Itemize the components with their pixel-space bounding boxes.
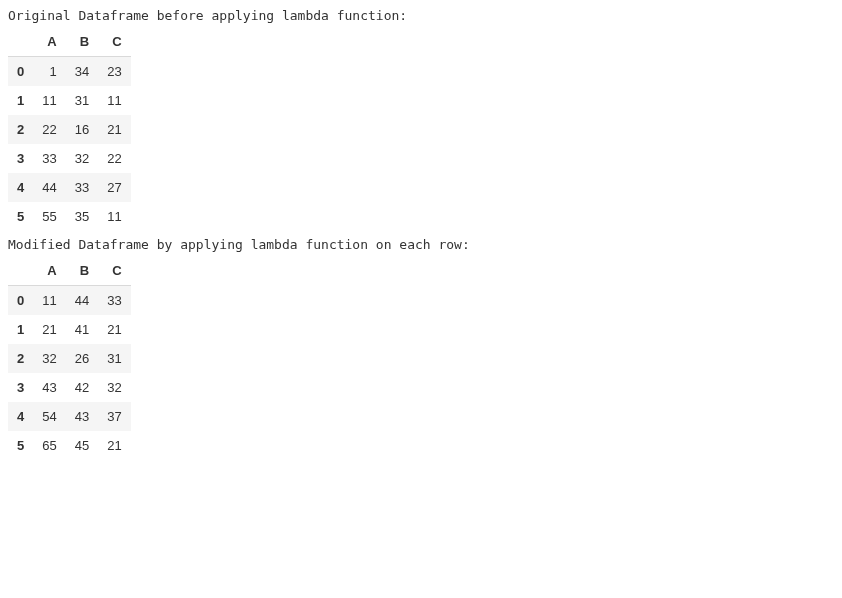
col-header: B bbox=[66, 256, 98, 286]
row-index: 2 bbox=[8, 115, 33, 144]
cell: 32 bbox=[33, 344, 65, 373]
col-header: A bbox=[33, 27, 65, 57]
cell: 11 bbox=[98, 86, 130, 115]
cell: 27 bbox=[98, 173, 130, 202]
row-index: 1 bbox=[8, 315, 33, 344]
row-index: 5 bbox=[8, 202, 33, 231]
table-row: 4 44 33 27 bbox=[8, 173, 131, 202]
cell: 33 bbox=[98, 286, 130, 316]
table-row: 1 11 31 11 bbox=[8, 86, 131, 115]
cell: 32 bbox=[98, 373, 130, 402]
table-header-row: A B C bbox=[8, 256, 131, 286]
row-index: 2 bbox=[8, 344, 33, 373]
cell: 34 bbox=[66, 57, 98, 87]
cell: 37 bbox=[98, 402, 130, 431]
cell: 43 bbox=[33, 373, 65, 402]
cell: 35 bbox=[66, 202, 98, 231]
table-header-row: A B C bbox=[8, 27, 131, 57]
col-header: C bbox=[98, 27, 130, 57]
cell: 21 bbox=[98, 431, 130, 460]
caption-before: Original Dataframe before applying lambd… bbox=[8, 8, 834, 23]
row-index: 1 bbox=[8, 86, 33, 115]
row-index: 0 bbox=[8, 57, 33, 87]
table-corner bbox=[8, 27, 33, 57]
table-before: A B C 0 1 34 23 1 11 31 11 2 22 16 21 3 … bbox=[8, 27, 131, 231]
cell: 21 bbox=[98, 115, 130, 144]
cell: 55 bbox=[33, 202, 65, 231]
cell: 21 bbox=[33, 315, 65, 344]
col-header: C bbox=[98, 256, 130, 286]
row-index: 3 bbox=[8, 373, 33, 402]
cell: 42 bbox=[66, 373, 98, 402]
cell: 65 bbox=[33, 431, 65, 460]
row-index: 4 bbox=[8, 402, 33, 431]
cell: 31 bbox=[66, 86, 98, 115]
table-corner bbox=[8, 256, 33, 286]
table-row: 1 21 41 21 bbox=[8, 315, 131, 344]
cell: 11 bbox=[33, 286, 65, 316]
table-row: 2 22 16 21 bbox=[8, 115, 131, 144]
table-row: 0 11 44 33 bbox=[8, 286, 131, 316]
cell: 21 bbox=[98, 315, 130, 344]
row-index: 0 bbox=[8, 286, 33, 316]
cell: 22 bbox=[98, 144, 130, 173]
table-row: 2 32 26 31 bbox=[8, 344, 131, 373]
row-index: 5 bbox=[8, 431, 33, 460]
cell: 32 bbox=[66, 144, 98, 173]
cell: 44 bbox=[33, 173, 65, 202]
cell: 43 bbox=[66, 402, 98, 431]
col-header: A bbox=[33, 256, 65, 286]
table-row: 3 43 42 32 bbox=[8, 373, 131, 402]
cell: 11 bbox=[98, 202, 130, 231]
col-header: B bbox=[66, 27, 98, 57]
caption-after: Modified Dataframe by applying lambda fu… bbox=[8, 237, 834, 252]
cell: 44 bbox=[66, 286, 98, 316]
table-row: 5 55 35 11 bbox=[8, 202, 131, 231]
table-row: 5 65 45 21 bbox=[8, 431, 131, 460]
cell: 23 bbox=[98, 57, 130, 87]
row-index: 3 bbox=[8, 144, 33, 173]
cell: 33 bbox=[66, 173, 98, 202]
cell: 11 bbox=[33, 86, 65, 115]
cell: 16 bbox=[66, 115, 98, 144]
row-index: 4 bbox=[8, 173, 33, 202]
table-row: 3 33 32 22 bbox=[8, 144, 131, 173]
cell: 31 bbox=[98, 344, 130, 373]
table-row: 4 54 43 37 bbox=[8, 402, 131, 431]
table-after: A B C 0 11 44 33 1 21 41 21 2 32 26 31 3… bbox=[8, 256, 131, 460]
cell: 33 bbox=[33, 144, 65, 173]
cell: 41 bbox=[66, 315, 98, 344]
table-row: 0 1 34 23 bbox=[8, 57, 131, 87]
cell: 26 bbox=[66, 344, 98, 373]
cell: 54 bbox=[33, 402, 65, 431]
cell: 1 bbox=[33, 57, 65, 87]
cell: 22 bbox=[33, 115, 65, 144]
cell: 45 bbox=[66, 431, 98, 460]
